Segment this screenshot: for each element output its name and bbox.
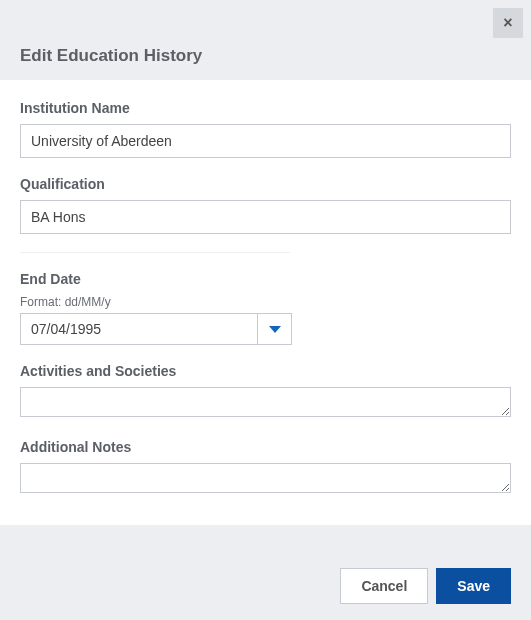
save-button[interactable]: Save — [436, 568, 511, 604]
qualification-label: Qualification — [20, 176, 511, 192]
dialog-header: × Edit Education History — [0, 0, 531, 80]
qualification-input[interactable] — [20, 200, 511, 234]
chevron-down-icon — [269, 326, 281, 333]
section-divider — [20, 252, 290, 253]
institution-label: Institution Name — [20, 100, 511, 116]
field-end-date: End Date Format: dd/MM/y — [20, 271, 511, 345]
close-button[interactable]: × — [493, 8, 523, 38]
dialog-title: Edit Education History — [20, 46, 511, 66]
cancel-button[interactable]: Cancel — [340, 568, 428, 604]
activities-input[interactable] — [20, 387, 511, 417]
close-icon: × — [503, 14, 512, 32]
notes-input[interactable] — [20, 463, 511, 493]
end-date-row — [20, 313, 292, 345]
activities-label: Activities and Societies — [20, 363, 511, 379]
field-qualification: Qualification — [20, 176, 511, 234]
institution-input[interactable] — [20, 124, 511, 158]
end-date-input[interactable] — [20, 313, 258, 345]
dialog-footer: Cancel Save — [0, 552, 531, 620]
notes-label: Additional Notes — [20, 439, 511, 455]
dialog-body: Institution Name Qualification End Date … — [0, 80, 531, 525]
field-activities: Activities and Societies — [20, 363, 511, 421]
field-notes: Additional Notes — [20, 439, 511, 497]
field-institution: Institution Name — [20, 100, 511, 158]
date-picker-button[interactable] — [258, 313, 292, 345]
end-date-hint: Format: dd/MM/y — [20, 295, 511, 309]
end-date-label: End Date — [20, 271, 511, 287]
